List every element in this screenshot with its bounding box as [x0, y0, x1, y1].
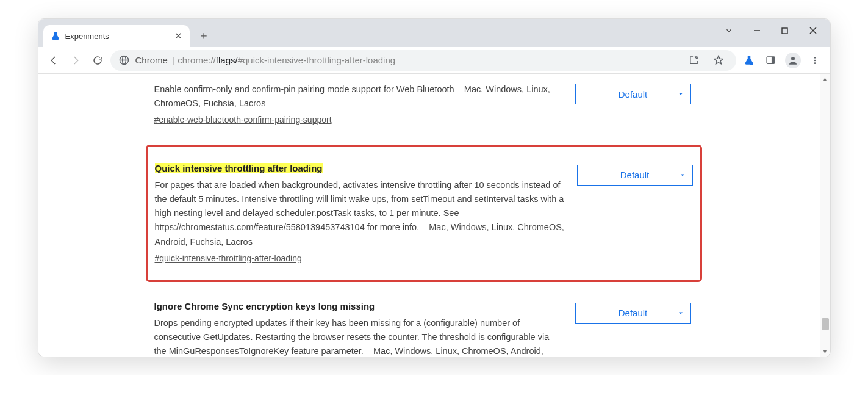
flag-state-select[interactable]: Default [577, 165, 693, 186]
close-window-button[interactable] [800, 21, 827, 40]
maximize-button[interactable] [772, 21, 798, 40]
bookmark-star-icon[interactable] [709, 51, 728, 70]
flag-row: Ignore Chrome Sync encryption keys long … [154, 293, 691, 357]
url-text: Chrome | chrome://flags/#quick-intensive… [135, 55, 679, 65]
flag-state-select[interactable]: Default [575, 84, 691, 104]
flag-state-select[interactable]: Default [575, 303, 691, 324]
close-icon[interactable]: ✕ [174, 31, 182, 42]
titlebar: Experiments ✕ ＋ [38, 19, 830, 47]
flags-page: Enable confirm-only and confirm-pin pair… [38, 74, 820, 357]
omnibox[interactable]: Chrome | chrome://flags/#quick-intensive… [110, 50, 736, 71]
window-controls [716, 19, 827, 47]
svg-point-8 [791, 57, 795, 60]
flag-row: Quick intensive throttling after loading… [146, 145, 702, 282]
svg-point-9 [814, 57, 816, 59]
flag-state-value: Default [619, 89, 648, 100]
kebab-menu-icon[interactable] [806, 51, 824, 70]
scroll-thumb[interactable] [822, 318, 829, 330]
svg-point-5 [750, 62, 753, 65]
tab-strip: Experiments ✕ ＋ [38, 19, 213, 47]
chevron-down-icon [679, 172, 686, 179]
flask-icon [51, 31, 60, 41]
toolbar: Chrome | chrome://flags/#quick-intensive… [38, 47, 830, 74]
minimize-button[interactable] [744, 21, 770, 40]
scroll-down-icon[interactable]: ▼ [820, 346, 830, 357]
chevron-down-icon [677, 310, 684, 317]
flag-title: Ignore Chrome Sync encryption keys long … [154, 301, 375, 311]
flag-description: For pages that are loaded when backgroun… [155, 178, 565, 249]
flag-state-value: Default [620, 170, 650, 180]
svg-rect-7 [772, 57, 775, 63]
profile-avatar[interactable] [784, 51, 802, 70]
flag-state-value: Default [619, 308, 648, 318]
flag-anchor-link[interactable]: #quick-intensive-throttling-after-loadin… [155, 252, 302, 265]
svg-rect-1 [782, 28, 787, 34]
flag-body: Enable confirm-only and confirm-pin pair… [154, 80, 563, 128]
browser-window: Experiments ✕ ＋ Chrome | c [38, 18, 831, 357]
reload-button[interactable] [88, 51, 107, 70]
flag-description: Drops pending encrypted updates if their… [154, 316, 563, 357]
flag-description: Enable confirm-only and confirm-pin pair… [154, 82, 563, 110]
scroll-up-icon[interactable]: ▲ [820, 74, 830, 84]
svg-point-11 [814, 62, 816, 64]
flag-body: Ignore Chrome Sync encryption keys long … [154, 299, 563, 357]
flag-anchor-link[interactable]: #enable-web-bluetooth-confirm-pairing-su… [154, 113, 332, 126]
content-area: Enable confirm-only and confirm-pin pair… [38, 74, 830, 357]
tab-title: Experiments [65, 32, 109, 41]
chevron-down-icon [677, 90, 684, 98]
flag-row: Enable confirm-only and confirm-pin pair… [154, 74, 691, 139]
site-info-icon[interactable] [119, 55, 129, 65]
chevron-down-icon[interactable] [716, 21, 742, 40]
side-panel-icon[interactable] [762, 51, 780, 70]
back-button[interactable] [45, 51, 63, 70]
svg-point-10 [814, 59, 816, 61]
new-tab-button[interactable]: ＋ [195, 26, 213, 45]
flag-body: Quick intensive throttling after loading… [155, 161, 565, 266]
scrollbar[interactable]: ▲ ▼ [820, 74, 830, 357]
flag-title: Quick intensive throttling after loading [155, 163, 323, 173]
forward-button[interactable] [66, 51, 85, 70]
labs-icon[interactable] [740, 51, 758, 70]
share-icon[interactable] [685, 51, 703, 70]
tab-experiments[interactable]: Experiments ✕ [43, 25, 190, 47]
